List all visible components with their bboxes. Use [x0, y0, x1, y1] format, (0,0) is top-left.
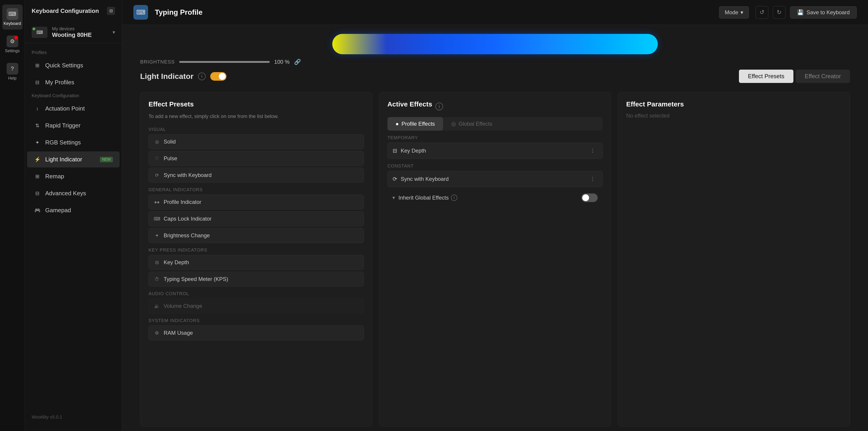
light-indicator-area: Light Indicator i Effect Presets Effect …: [122, 65, 868, 88]
actuation-point-icon: ↕: [34, 106, 41, 112]
my-devices-label: My devices: [52, 26, 108, 31]
active-effects-title: Active Effects: [388, 100, 432, 108]
key-depth-more-button[interactable]: ⋮: [588, 147, 597, 155]
sidebar-item-remap[interactable]: ⊞ Remap: [27, 168, 120, 184]
redo-button[interactable]: ↻: [773, 6, 785, 19]
visual-category-label: VISUAL: [149, 127, 364, 132]
toggle-knob: [219, 73, 225, 80]
light-indicator-icon: ⚡: [34, 157, 41, 162]
light-indicator-title: Light Indicator: [140, 72, 193, 81]
audio-control-label: AUDIO CONTROL: [149, 291, 364, 296]
device-chevron-icon[interactable]: ▾: [113, 29, 115, 35]
general-indicators-label: GENERAL INDICATORS: [149, 187, 364, 192]
sidebar-item-actuation-point[interactable]: ↕ Actuation Point: [27, 100, 120, 117]
inherit-info-icon[interactable]: i: [451, 194, 457, 201]
typing-speed-icon: ⏱: [154, 277, 160, 282]
inherit-chevron-icon[interactable]: ▾: [393, 195, 395, 201]
active-effects-info-icon[interactable]: i: [435, 102, 443, 110]
effect-presets-title: Effect Presets: [149, 100, 364, 108]
effect-ram-usage[interactable]: ⚙ RAM Usage: [149, 326, 364, 340]
effect-profile-indicator[interactable]: ●● Profile Indicator: [149, 194, 364, 210]
brightness-value: 100 %: [274, 59, 289, 65]
tab-profile-effects[interactable]: ● Profile Effects: [388, 117, 443, 131]
brightness-fill: [179, 61, 270, 63]
active-effect-key-depth[interactable]: ⊟ Key Depth ⋮: [388, 143, 603, 159]
effect-pulse[interactable]: ♡ Pulse: [149, 151, 364, 166]
brightness-change-icon: ✦: [154, 233, 160, 238]
sidebar-title: Keyboard Configuration: [32, 7, 99, 14]
undo-button[interactable]: ↺: [756, 6, 768, 19]
inherit-global-effects-row: ▾ Inherit Global Effects i: [388, 189, 603, 206]
sidebar-menu-icon[interactable]: ⊟: [107, 7, 115, 15]
help-icon: ?: [6, 63, 18, 74]
tab-global-effects[interactable]: ◎ Global Effects: [443, 117, 500, 131]
solid-icon: ◎: [154, 139, 160, 145]
effect-presets-column: Effect Presets To add a new effect, simp…: [140, 92, 372, 427]
sidebar-item-advanced-keys[interactable]: ⊟ Advanced Keys: [27, 185, 120, 202]
device-icon: ⌨: [32, 27, 48, 38]
profile-icon-box: ⌨: [133, 5, 148, 20]
brightness-slider[interactable]: [179, 61, 270, 63]
sidebar-item-keyboard[interactable]: ⌨ Keyboard: [2, 4, 23, 30]
profile-effects-dot: ●: [396, 121, 399, 127]
no-effect-selected-text: No effect selected: [626, 113, 842, 119]
my-profiles-icon: ⊟: [34, 80, 41, 86]
sidebar-item-settings[interactable]: ⚙ Settings: [2, 32, 23, 57]
sidebar-item-rapid-trigger[interactable]: ⇅ Rapid Trigger: [27, 118, 120, 133]
pulse-icon: ♡: [154, 156, 160, 161]
ram-usage-icon: ⚙: [154, 330, 160, 336]
link-icon[interactable]: 🔗: [294, 59, 301, 65]
notification-dot: [14, 36, 18, 39]
brightness-row: BRIGHTNESS 100 % 🔗: [122, 57, 868, 65]
key-depth-icon: ⊟: [154, 260, 160, 265]
sidebar-item-quick-settings[interactable]: ⊞ Quick Settings: [27, 57, 120, 73]
effect-volume-change: 🔉 Volume Change: [149, 299, 364, 313]
device-status-dot: [33, 28, 35, 30]
active-effects-tab-row: ● Profile Effects ◎ Global Effects: [388, 117, 603, 131]
app-version: Wootility v5.0.1: [25, 410, 122, 424]
effect-solid[interactable]: ◎ Solid: [149, 134, 364, 149]
active-key-depth-icon: ⊟: [393, 148, 397, 154]
nav-sidebar: Keyboard Configuration ⊟ ⌨ My devices Wo…: [25, 0, 122, 431]
keyboard-config-section-label: Keyboard Configuration: [25, 91, 122, 100]
effect-key-depth[interactable]: ⊟ Key Depth: [149, 255, 364, 270]
tab-effect-presets[interactable]: Effect Presets: [739, 70, 794, 83]
device-section[interactable]: ⌨ My devices Wooting 80HE ▾: [25, 22, 122, 43]
sidebar-item-my-profiles[interactable]: ⊟ My Profiles: [27, 74, 120, 90]
inherit-global-toggle[interactable]: [581, 193, 598, 202]
inherit-toggle-knob: [582, 194, 589, 201]
active-effect-sync-keyboard[interactable]: ⟳ Sync with Keyboard ⋮: [388, 171, 603, 187]
sync-keyboard-more-button[interactable]: ⋮: [588, 175, 597, 183]
tab-effect-creator[interactable]: Effect Creator: [796, 70, 850, 83]
caps-lock-icon: ⌨: [154, 216, 160, 221]
mode-button[interactable]: Mode ▾: [719, 6, 749, 19]
sidebar-item-light-indicator[interactable]: ⚡ Light Indicator NEW: [27, 151, 120, 167]
effect-brightness-change[interactable]: ✦ Brightness Change: [149, 228, 364, 243]
sidebar-item-help[interactable]: ? Help: [2, 59, 23, 84]
quick-settings-icon: ⊞: [34, 63, 41, 68]
keyboard-icon: ⌨: [6, 8, 18, 20]
effect-sync-keyboard[interactable]: ⟳ Sync with Keyboard: [149, 168, 364, 183]
light-indicator-toggle[interactable]: [210, 72, 226, 81]
gamepad-icon: 🎮: [34, 208, 41, 213]
light-indicator-tabs: Effect Presets Effect Creator: [739, 70, 850, 83]
profile-title: Typing Profile: [155, 8, 712, 17]
effect-typing-speed-meter[interactable]: ⏱ Typing Speed Meter (KPS): [149, 272, 364, 286]
light-indicator-info-icon[interactable]: i: [198, 72, 206, 80]
brightness-label: BRIGHTNESS: [140, 59, 175, 65]
constant-label: CONSTANT: [388, 163, 603, 168]
effect-presets-subtitle: To add a new effect, simply click on one…: [149, 113, 364, 120]
save-to-keyboard-button[interactable]: 💾 Save to Keyboard: [790, 6, 857, 19]
icon-sidebar: ⌨ Keyboard ⚙ Settings ? Help: [0, 0, 25, 431]
effect-parameters-column: Effect Parameters No effect selected: [618, 92, 850, 427]
sidebar-item-gamepad[interactable]: 🎮 Gamepad: [27, 202, 120, 218]
advanced-keys-icon: ⊟: [34, 190, 41, 196]
sidebar-item-rgb-settings[interactable]: ✦ RGB Settings: [27, 134, 120, 151]
top-bar-actions: ↺ ↻ 💾 Save to Keyboard: [756, 6, 857, 19]
mode-chevron-icon: ▾: [741, 9, 743, 16]
sync-keyboard-icon: ⟳: [154, 173, 160, 178]
profile-indicator-icon: ●●: [154, 199, 160, 205]
remap-icon: ⊞: [34, 174, 41, 180]
effect-caps-lock-indicator[interactable]: ⌨ Caps Lock Indicator: [149, 211, 364, 226]
nav-header: Keyboard Configuration ⊟: [25, 7, 122, 22]
